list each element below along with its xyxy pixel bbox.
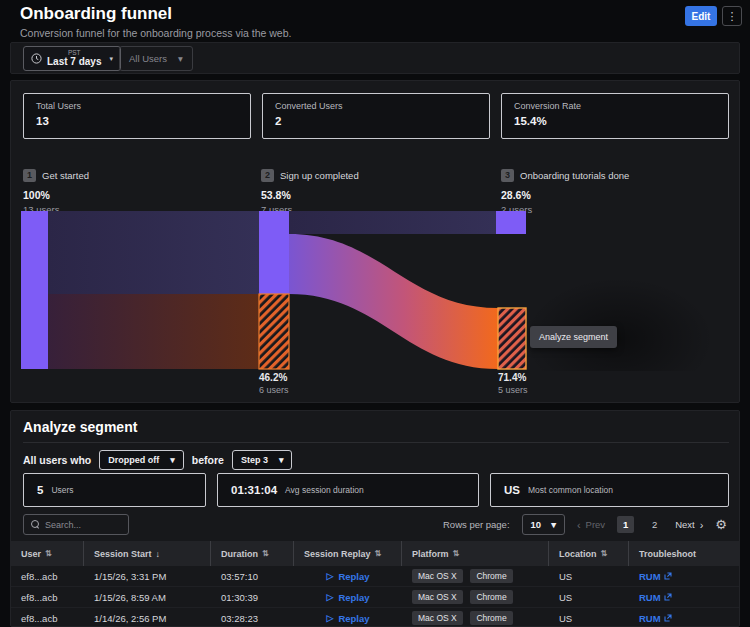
flow-step1-converted[interactable]: [48, 211, 259, 294]
funnel-panel: Total Users 13 Converted Users 2 Convers…: [10, 80, 740, 403]
rum-link[interactable]: RUM: [639, 613, 672, 624]
users-card: 5 Users: [23, 473, 206, 507]
duration-cell: 01:30:39: [211, 592, 294, 603]
search-input[interactable]: Search...: [23, 514, 129, 535]
chevron-down-icon: ▾: [551, 519, 556, 530]
card-label: Users: [51, 485, 73, 495]
rows-per-page-value: 10: [531, 519, 542, 530]
stat-card-total-users: Total Users 13: [23, 93, 251, 139]
play-icon: ▷: [326, 571, 333, 581]
session-start-cell: 1/15/26, 3:31 PM: [84, 571, 211, 582]
card-label: Avg session duration: [285, 485, 364, 495]
next-page-button[interactable]: Next ›: [675, 519, 703, 531]
step-number-badge: 1: [23, 169, 36, 182]
avg-session-card: 01:31:04 Avg session duration: [217, 473, 479, 507]
flow-step2-converted[interactable]: [289, 211, 496, 234]
flow-step2-dropped[interactable]: [289, 234, 498, 369]
more-options-button[interactable]: ⋮: [722, 6, 742, 26]
bar-step1[interactable]: [21, 211, 48, 369]
rum-link[interactable]: RUM: [639, 571, 672, 582]
time-range-value: Last 7 days: [47, 57, 101, 67]
duration-cell: 03:28:23: [211, 613, 294, 624]
replay-link[interactable]: ▷ Replay: [326, 613, 369, 624]
bar-step3-dropped[interactable]: [498, 308, 526, 369]
sort-icon: ⇅: [262, 549, 269, 558]
location-card: US Most common location: [490, 473, 729, 507]
kebab-icon: ⋮: [727, 10, 738, 22]
col-platform[interactable]: Platform⇅: [402, 541, 549, 566]
bar-step3-converted[interactable]: [496, 211, 526, 234]
stat-label: Converted Users: [275, 101, 477, 111]
page-1-button[interactable]: 1: [617, 516, 634, 533]
sort-icon: ⇅: [45, 549, 52, 558]
prev-page-button[interactable]: ‹ Prev: [577, 519, 605, 531]
step-select[interactable]: Step 3 ▾: [232, 450, 293, 470]
bar-step2-converted[interactable]: [259, 211, 289, 294]
stat-cards: Total Users 13 Converted Users 2 Convers…: [23, 93, 729, 139]
page-2-button[interactable]: 2: [646, 516, 663, 533]
audience-filter[interactable]: All Users ▾: [119, 46, 193, 71]
dropoff-users: 5 users: [498, 385, 588, 395]
gear-icon: ⚙: [715, 517, 727, 532]
step-name: Get started: [42, 170, 89, 181]
hover-highlight: [524, 277, 714, 371]
replay-link[interactable]: ▷ Replay: [326, 592, 369, 603]
platform-badge: Mac OS X: [412, 590, 463, 604]
browser-badge: Chrome: [470, 569, 512, 583]
session-start-cell: 1/15/26, 8:59 AM: [84, 592, 211, 603]
external-link-icon: [664, 593, 672, 601]
search-icon: [31, 520, 40, 529]
user-cell: ef8...acb: [11, 571, 84, 582]
filter-prefix: All users who: [23, 454, 91, 466]
location-cell: US: [549, 613, 629, 624]
bar-step2-dropped[interactable]: [259, 294, 289, 369]
step-name: Sign up completed: [280, 170, 359, 181]
table-body: ef8...acb 1/15/26, 3:31 PM 03:57:10 ▷ Re…: [11, 566, 739, 627]
col-location[interactable]: Location⇅: [549, 541, 629, 566]
time-range-picker[interactable]: PST Last 7 days ▾: [23, 46, 121, 71]
edit-button[interactable]: Edit: [685, 6, 717, 26]
filter-middle: before: [192, 454, 224, 466]
stat-label: Conversion Rate: [514, 101, 716, 111]
rows-per-page-select[interactable]: 10 ▾: [522, 514, 565, 535]
funnel-sankey-chart[interactable]: [21, 208, 731, 371]
clock-icon: [31, 53, 42, 64]
play-icon: ▷: [326, 592, 333, 602]
card-label: Most common location: [528, 485, 613, 495]
step-number-badge: 3: [501, 169, 514, 182]
user-cell: ef8...acb: [11, 592, 84, 603]
sort-icon: ⇅: [453, 549, 460, 558]
sort-desc-icon: ↓: [156, 549, 161, 559]
external-link-icon: [664, 572, 672, 580]
analyze-segment-panel: Analyze segment All users who Dropped of…: [10, 410, 740, 627]
col-session-replay[interactable]: Session Replay⇅: [294, 541, 402, 566]
rum-link[interactable]: RUM: [639, 592, 672, 603]
platform-badge: Mac OS X: [412, 611, 463, 625]
card-value: US: [504, 484, 520, 496]
replay-link[interactable]: ▷ Replay: [326, 571, 369, 582]
session-start-cell: 1/14/26, 2:56 PM: [84, 613, 211, 624]
sort-icon: ⇅: [375, 549, 382, 558]
page-subtitle: Conversion funnel for the onboarding pro…: [20, 27, 291, 39]
sessions-table: User⇅ Session Start↓ Duration⇅ Session R…: [11, 541, 739, 627]
col-session-start[interactable]: Session Start↓: [84, 541, 211, 566]
step-name: Onboarding tutorials done: [520, 170, 629, 181]
table-settings-button[interactable]: ⚙: [715, 518, 727, 531]
audience-value: All Users: [129, 53, 167, 64]
platform-badge: Mac OS X: [412, 569, 463, 583]
dropped-off-select[interactable]: Dropped off ▾: [99, 450, 184, 470]
step-value: Step 3: [241, 455, 268, 465]
dropoff-label-step3: 71.4% 5 users: [498, 372, 588, 395]
col-duration[interactable]: Duration⇅: [211, 541, 294, 566]
dropped-off-value: Dropped off: [108, 455, 159, 465]
col-user[interactable]: User⇅: [11, 541, 84, 566]
flow-step1-dropped[interactable]: [48, 294, 259, 369]
chevron-down-icon: ▾: [178, 53, 183, 64]
dropoff-percent: 71.4%: [498, 372, 588, 383]
table-header-row: User⇅ Session Start↓ Duration⇅ Session R…: [11, 541, 739, 566]
pagination-bar: Rows per page: 10 ▾ ‹ Prev 1 2 Next › ⚙: [443, 514, 727, 535]
rows-per-page-label: Rows per page:: [443, 519, 510, 530]
stat-card-conversion-rate: Conversion Rate 15.4%: [501, 93, 729, 139]
stat-value: 13: [36, 115, 238, 127]
location-cell: US: [549, 571, 629, 582]
